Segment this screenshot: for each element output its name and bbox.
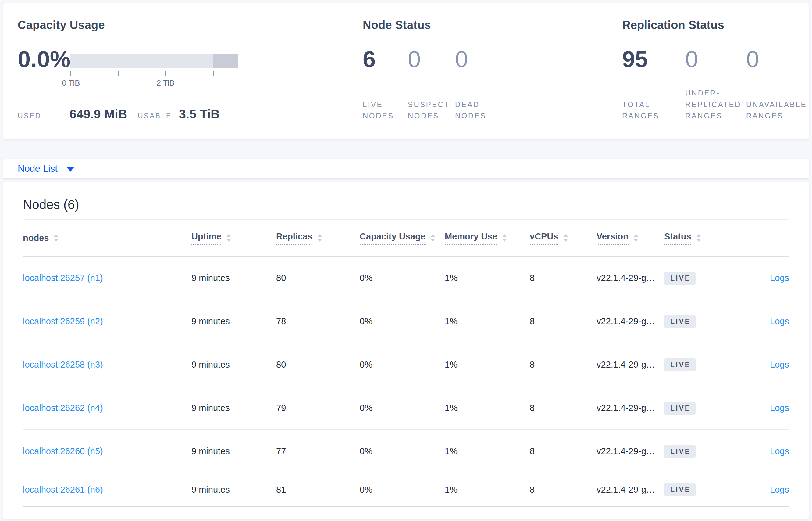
nodes-table-body: localhost:26257 (n1) 9 minutes 80 0% 1% … — [23, 256, 789, 507]
version-cell: v22.1.4-29-g… — [597, 485, 664, 495]
suspect-nodes-count: 0 — [408, 48, 421, 71]
status-cell: LIVE — [664, 358, 743, 371]
table-row: localhost:26257 (n1) 9 minutes 80 0% 1% … — [23, 256, 789, 300]
column-header-replicas[interactable]: Replicas — [276, 231, 360, 245]
node-list-dropdown-label: Node List — [18, 163, 57, 174]
replicas-cell: 77 — [276, 446, 360, 456]
column-header-capacity-usage[interactable]: Capacity Usage — [360, 231, 445, 245]
table-row: localhost:26261 (n6) 9 minutes 81 0% 1% … — [23, 473, 789, 507]
node-address-link[interactable]: localhost:26260 (n5) — [23, 446, 103, 456]
live-nodes-label: LIVE NODES — [363, 99, 394, 121]
used-label: USED — [18, 112, 42, 120]
status-cell: LIVE — [664, 483, 743, 496]
nodes-table-header: nodes Uptime Replicas Capacity Usage Mem… — [23, 220, 789, 256]
memory-use-cell: 1% — [445, 273, 530, 283]
capacity-usage-cell: 0% — [360, 485, 445, 495]
logs-link[interactable]: Logs — [770, 273, 789, 283]
status-badge: LIVE — [664, 315, 696, 328]
node-address-link[interactable]: localhost:26259 (n2) — [23, 316, 103, 326]
suspect-nodes-label: SUSPECT NODES — [408, 99, 450, 121]
capacity-used-percent: 0.0% — [18, 48, 70, 71]
column-header-vcpus[interactable]: vCPUs — [530, 231, 597, 245]
live-nodes-count: 6 — [363, 48, 376, 71]
total-ranges-count: 95 — [622, 48, 648, 71]
sort-icon — [502, 234, 507, 242]
used-value: 649.9 MiB — [70, 107, 127, 121]
memory-use-cell: 1% — [445, 446, 530, 456]
memory-use-cell: 1% — [445, 316, 530, 326]
unavailable-ranges-label: UNAVAILABLE RANGES — [746, 99, 807, 121]
memory-use-cell: 1% — [445, 485, 530, 495]
table-row: localhost:26260 (n5) 9 minutes 77 0% 1% … — [23, 430, 789, 473]
node-address-link[interactable]: localhost:26257 (n1) — [23, 273, 103, 283]
status-cell: LIVE — [664, 315, 743, 328]
memory-use-cell: 1% — [445, 403, 530, 413]
uptime-cell: 9 minutes — [191, 446, 276, 456]
capacity-gauge-bar — [70, 54, 238, 68]
nodes-table: nodes Uptime Replicas Capacity Usage Mem… — [23, 219, 789, 507]
capacity-usage-cell: 0% — [360, 316, 445, 326]
logs-link[interactable]: Logs — [770, 360, 789, 369]
vcpus-cell: 8 — [530, 485, 597, 495]
under-replicated-ranges-count: 0 — [685, 48, 698, 71]
uptime-cell: 9 minutes — [191, 403, 276, 413]
capacity-gauge-dark-segment — [213, 54, 238, 68]
gauge-tick-3 — [213, 71, 214, 76]
gauge-tick-0 — [70, 71, 71, 76]
uptime-cell: 9 minutes — [191, 273, 276, 283]
sort-icon — [563, 234, 568, 242]
replicas-cell: 80 — [276, 273, 360, 283]
table-row: localhost:26259 (n2) 9 minutes 78 0% 1% … — [23, 300, 789, 343]
logs-cell: Logs — [743, 360, 789, 370]
version-cell: v22.1.4-29-g… — [597, 446, 664, 456]
table-row: localhost:26258 (n3) 9 minutes 80 0% 1% … — [23, 343, 789, 386]
node-address-cell: localhost:26261 (n6) — [23, 485, 191, 495]
replicas-cell: 81 — [276, 485, 360, 495]
node-list-dropdown[interactable]: Node List — [18, 163, 74, 174]
capacity-usage-cell: 0% — [360, 403, 445, 413]
replicas-cell: 78 — [276, 316, 360, 326]
dead-nodes-count: 0 — [455, 48, 468, 71]
node-address-cell: localhost:26262 (n4) — [23, 403, 191, 413]
status-badge: LIVE — [664, 402, 696, 414]
column-header-status[interactable]: Status — [664, 231, 743, 245]
node-address-cell: localhost:26260 (n5) — [23, 446, 191, 456]
usable-label: USABLE — [138, 112, 172, 120]
uptime-cell: 9 minutes — [191, 360, 276, 370]
capacity-usage-cell: 0% — [360, 446, 445, 456]
status-cell: LIVE — [664, 272, 743, 285]
version-cell: v22.1.4-29-g… — [597, 403, 664, 413]
node-address-link[interactable]: localhost:26261 (n6) — [23, 485, 103, 495]
replication-status-title: Replication Status — [622, 19, 724, 32]
status-cell: LIVE — [664, 445, 743, 458]
status-cell: LIVE — [664, 402, 743, 414]
logs-link[interactable]: Logs — [770, 316, 789, 326]
sort-icon — [634, 234, 638, 242]
view-selector-bar: Node List — [3, 159, 809, 179]
unavailable-ranges-count: 0 — [746, 48, 759, 71]
logs-cell: Logs — [743, 273, 789, 283]
gauge-tick-label-0: 0 TiB — [53, 78, 89, 88]
capacity-usage-cell: 0% — [360, 273, 445, 283]
column-header-version[interactable]: Version — [597, 231, 664, 245]
column-header-memory-use[interactable]: Memory Use — [445, 231, 530, 245]
status-badge: LIVE — [664, 272, 696, 285]
column-header-uptime[interactable]: Uptime — [191, 231, 276, 245]
nodes-section-title: Nodes (6) — [23, 197, 79, 212]
sort-icon — [430, 234, 435, 242]
vcpus-cell: 8 — [530, 273, 597, 283]
vcpus-cell: 8 — [530, 316, 597, 326]
node-address-link[interactable]: localhost:26262 (n4) — [23, 403, 103, 413]
status-badge: LIVE — [664, 483, 696, 496]
chevron-down-icon — [67, 167, 74, 172]
under-replicated-ranges-label: UNDER- REPLICATED RANGES — [685, 87, 741, 121]
logs-link[interactable]: Logs — [770, 403, 789, 413]
version-cell: v22.1.4-29-g… — [597, 316, 664, 326]
version-cell: v22.1.4-29-g… — [597, 273, 664, 283]
replicas-cell: 80 — [276, 360, 360, 370]
node-address-link[interactable]: localhost:26258 (n3) — [23, 360, 103, 369]
logs-link[interactable]: Logs — [770, 485, 789, 495]
column-header-nodes[interactable]: nodes — [23, 233, 191, 243]
table-row: localhost:26262 (n4) 9 minutes 79 0% 1% … — [23, 386, 789, 430]
logs-link[interactable]: Logs — [770, 446, 789, 456]
